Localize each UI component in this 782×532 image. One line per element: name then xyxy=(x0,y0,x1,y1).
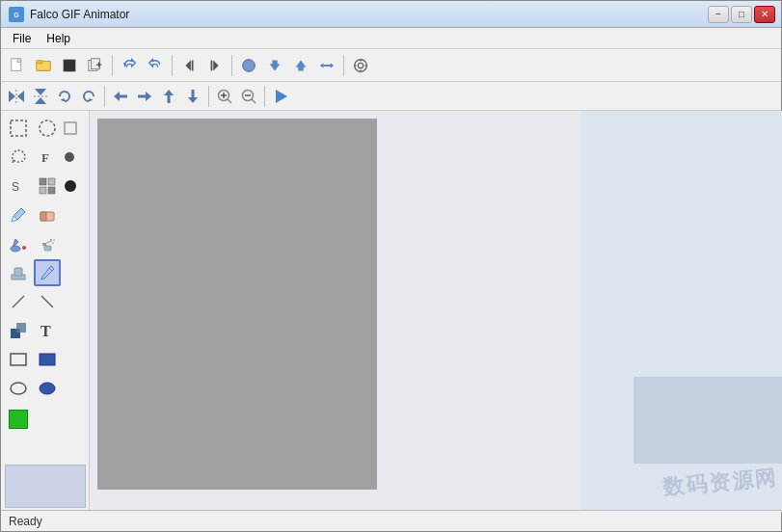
small-rect-button[interactable] xyxy=(63,120,78,136)
svg-marker-35 xyxy=(114,92,127,101)
svg-marker-30 xyxy=(35,89,46,95)
arrows-horiz-button[interactable] xyxy=(314,53,339,78)
svg-rect-55 xyxy=(48,187,55,194)
target-button[interactable] xyxy=(348,53,373,78)
eraser-button[interactable] xyxy=(34,201,61,228)
pencil-button[interactable] xyxy=(34,259,61,286)
frame-add-button[interactable] xyxy=(83,53,108,78)
maximize-button[interactable]: □ xyxy=(731,6,752,23)
svg-rect-52 xyxy=(40,178,46,185)
arrow-up-button[interactable] xyxy=(288,53,313,78)
flip-h-button[interactable] xyxy=(5,85,28,108)
tool-row-9 xyxy=(5,346,85,373)
rect-filled-button[interactable] xyxy=(34,346,61,373)
tool-row-2: F xyxy=(5,144,85,171)
svg-marker-18 xyxy=(270,60,281,70)
close-button[interactable]: ✕ xyxy=(754,6,775,23)
undo-button[interactable] xyxy=(117,53,142,78)
move-down-button[interactable] xyxy=(181,85,204,108)
select-ellipse-button[interactable] xyxy=(34,115,61,142)
paint-bucket-button[interactable] xyxy=(5,230,32,257)
svg-rect-67 xyxy=(14,268,22,276)
right-panel: 数码资源网 xyxy=(580,111,782,512)
zoom-in-button[interactable] xyxy=(213,85,236,108)
tool-row-8: T xyxy=(5,317,85,344)
rotate-right-button[interactable] xyxy=(53,85,76,108)
menu-bar: File Help xyxy=(1,28,781,49)
eyedropper-button[interactable] xyxy=(5,201,32,228)
svg-rect-47 xyxy=(11,120,26,136)
canvas-drawing-surface[interactable] xyxy=(97,119,377,490)
svg-point-64 xyxy=(53,239,55,241)
svg-marker-36 xyxy=(138,92,151,101)
open-button[interactable] xyxy=(31,53,56,78)
svg-point-48 xyxy=(40,120,55,136)
ellipse-filled-button[interactable] xyxy=(34,375,61,402)
magic-wand-button[interactable]: S xyxy=(5,173,32,200)
menu-help[interactable]: Help xyxy=(39,30,78,47)
frame-prev-button[interactable] xyxy=(176,53,202,78)
color-swatch-button[interactable] xyxy=(5,406,32,433)
svg-point-63 xyxy=(52,242,54,244)
play-button[interactable] xyxy=(269,85,292,108)
lasso-button[interactable] xyxy=(5,144,32,171)
flip-v-button[interactable] xyxy=(29,85,52,108)
svg-point-17 xyxy=(243,59,256,71)
svg-text:S: S xyxy=(12,180,19,194)
svg-point-77 xyxy=(40,383,55,394)
svg-marker-38 xyxy=(188,90,198,103)
svg-marker-13 xyxy=(185,60,190,70)
text-large-button[interactable]: T xyxy=(34,317,61,344)
text-tool-button[interactable]: F xyxy=(34,144,61,171)
app-icon: G xyxy=(9,7,24,22)
svg-rect-14 xyxy=(192,60,194,70)
new-button[interactable] xyxy=(5,53,30,78)
move-up-button[interactable] xyxy=(157,85,180,108)
tool-row-7 xyxy=(5,288,85,315)
redo-button[interactable] xyxy=(143,53,168,78)
svg-rect-49 xyxy=(65,122,76,134)
svg-text:G: G xyxy=(13,12,19,18)
line2-button[interactable] xyxy=(34,288,61,315)
svg-rect-72 xyxy=(16,323,26,332)
black-square-button[interactable] xyxy=(57,53,82,78)
tool-row-6 xyxy=(5,259,85,286)
svg-rect-16 xyxy=(211,60,213,70)
svg-rect-60 xyxy=(44,246,51,251)
svg-rect-53 xyxy=(48,178,55,185)
zoom-out-button[interactable] xyxy=(237,85,260,108)
arrow-down-button[interactable] xyxy=(262,53,287,78)
svg-point-62 xyxy=(50,239,52,241)
svg-marker-46 xyxy=(276,90,287,103)
svg-line-40 xyxy=(228,99,231,103)
fill-shape-button[interactable] xyxy=(5,317,32,344)
svg-line-69 xyxy=(13,296,24,307)
window-controls: − □ ✕ xyxy=(708,6,775,23)
ellipse-outline-button[interactable] xyxy=(5,375,32,402)
menu-file[interactable]: File xyxy=(5,30,39,47)
svg-line-65 xyxy=(46,241,51,243)
right-bottom-box xyxy=(634,377,782,464)
rotate-left-button[interactable] xyxy=(77,85,100,108)
move-left-button[interactable] xyxy=(109,85,132,108)
rect-outline-button[interactable] xyxy=(5,346,32,373)
toolbar2-sep-1 xyxy=(104,86,105,107)
toolbar-secondary xyxy=(1,82,781,111)
frame-next-button[interactable] xyxy=(202,53,228,78)
stamp-button[interactable] xyxy=(5,259,32,286)
canvas-area[interactable] xyxy=(90,111,580,512)
svg-marker-31 xyxy=(35,97,46,104)
svg-marker-20 xyxy=(320,63,334,67)
move-right-button[interactable] xyxy=(133,85,156,108)
svg-rect-7 xyxy=(37,60,42,63)
minimize-button[interactable]: − xyxy=(708,6,729,23)
spray-button[interactable] xyxy=(34,230,61,257)
toolbar-main xyxy=(1,49,781,82)
svg-line-44 xyxy=(252,99,256,103)
line-tool-button[interactable] xyxy=(5,288,32,315)
svg-rect-74 xyxy=(11,354,26,365)
resize-grid-button[interactable] xyxy=(34,173,61,200)
svg-marker-15 xyxy=(213,60,218,70)
circle-select-button[interactable] xyxy=(236,53,261,78)
select-rect-button[interactable] xyxy=(5,115,32,142)
